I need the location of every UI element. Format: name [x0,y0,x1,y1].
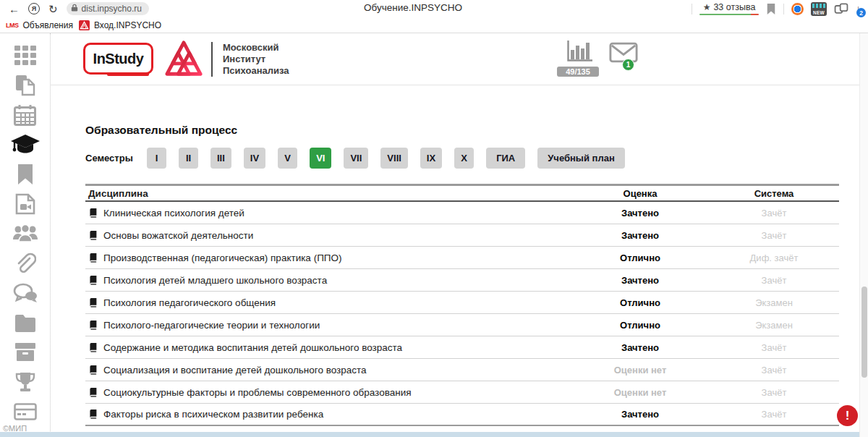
bar-chart-icon [566,52,592,64]
book-icon [88,208,98,218]
semester-tab-II[interactable]: II [179,148,198,169]
calendar-icon [14,104,36,129]
sidebar-item-achievements[interactable] [0,368,51,398]
semester-tab-VI[interactable]: VI [310,148,331,169]
folder-icon [14,313,37,335]
table-row[interactable]: Психолого-педагогические теории и технол… [85,314,839,336]
sidebar-item-calendar[interactable] [0,101,51,131]
bookmark-icon[interactable] [766,3,776,15]
extension-shapes-icon[interactable] [834,3,848,14]
book-icon [88,343,98,352]
table-row[interactable]: Социокультурные факторы и проблемы совре… [85,381,839,404]
instudy-logo-text: InStudy [93,51,144,67]
sidebar-item-people[interactable] [0,220,51,250]
sidebar-item-attachments[interactable] [0,250,51,279]
sidebar-item-bookmarks[interactable] [0,161,51,190]
star-icon: ★ [703,2,711,12]
discipline-name: Содержание и методика воспитания детей д… [103,342,402,353]
progress-stats-button[interactable]: 49/135 [557,41,602,77]
book-icon [88,365,98,375]
reviews-rating-bar [699,14,759,16]
paperclip-icon [14,253,36,277]
address-bar[interactable]: dist.inpsycho.ru [67,2,149,15]
system-cell: Зачёт [709,409,839,420]
scrollbar-thumb[interactable] [861,287,867,378]
extension-new-icon[interactable]: NEW [811,2,827,16]
downloads-button[interactable]: ↓ 2 [856,2,861,15]
discipline-cell[interactable]: Социализация и воспитание детей дошкольн… [85,365,571,376]
bookmark-ribbon-icon [17,164,34,188]
system-cell: Зачёт [709,230,839,241]
discipline-cell[interactable]: Социокультурные факторы и проблемы совре… [85,387,571,398]
back-icon[interactable]: ← [9,4,20,14]
documents-icon [14,75,36,99]
discipline-cell[interactable]: Содержание и методика воспитания детей д… [85,342,571,353]
book-icon [88,388,98,397]
discipline-cell[interactable]: Клиническая психология детей [85,208,571,218]
table-row[interactable]: Производственная (педагогическая) практи… [85,247,839,269]
mail-button[interactable]: 1 [609,42,638,66]
instudy-logo[interactable]: InStudy [83,43,153,75]
sidebar-item-video-materials[interactable] [0,190,51,220]
sidebar-item-documents[interactable] [0,72,51,101]
table-row[interactable]: Клиническая психология детейЗачтеноЗачёт [85,202,839,224]
extension-color-icon[interactable] [791,3,804,15]
new-badge: NEW [811,10,827,15]
site-reviews-button[interactable]: ★ 33 отзыва [699,2,759,16]
table-row[interactable]: Основы вожатской деятельностиЗачтеноЗачё… [85,224,839,247]
book-icon [88,298,98,307]
grade-cell: Оценки нет [571,387,709,398]
semester-tab-V[interactable]: V [278,148,297,169]
discipline-cell[interactable]: Психолого-педагогические теории и технол… [85,320,571,331]
sidebar-item-apps[interactable] [0,42,51,72]
discipline-name: Основы вожатской деятельности [103,230,253,241]
sidebar-item-files[interactable] [0,309,51,339]
semester-tab-VII[interactable]: VII [344,148,368,169]
semester-tab-Учебный план[interactable]: Учебный план [537,148,624,169]
discipline-cell[interactable]: Основы вожатской деятельности [85,230,571,241]
table-row[interactable]: Социализация и воспитание детей дошкольн… [85,359,839,381]
disciplines-table: Дисциплина Оценка Система Клиническая пс… [85,184,839,426]
semester-tab-IV[interactable]: IV [244,148,265,169]
people-icon [12,224,38,247]
reload-icon[interactable]: ↻ [48,4,58,14]
discipline-cell[interactable]: Психология педагогического общения [85,297,571,308]
institute-name: Московский Институт Психоанализа [223,42,289,77]
browser-home-icon[interactable]: Я [28,3,40,14]
table-row[interactable]: Факторы риска в психическом развитии реб… [85,404,839,426]
vertical-scrollbar[interactable] [859,33,868,437]
table-row[interactable]: Психология детей младшего школьного возр… [85,269,839,292]
sidebar-item-education[interactable] [0,131,51,161]
system-cell: Зачёт [709,387,839,398]
bookmark-login-inpsycho[interactable]: Вход.INPSYCHO [79,20,161,30]
semester-tab-III[interactable]: III [210,148,231,169]
semester-tab-ГИА[interactable]: ГИА [486,148,525,169]
semester-tab-I[interactable]: I [147,148,166,169]
discipline-cell[interactable]: Психология детей младшего школьного возр… [85,275,571,286]
app-viewport: ©МИП InStudy [0,33,868,437]
table-row[interactable]: Содержание и методика воспитания детей д… [85,336,839,359]
bookmark-announcements[interactable]: LMS Объявления [6,20,73,30]
system-cell: Диф. зачёт [709,253,839,263]
alert-exclamation-icon[interactable]: ! [837,405,858,426]
column-grade: Оценка [571,188,709,199]
semester-tab-VIII[interactable]: VIII [380,148,408,169]
table-row[interactable]: Психология педагогического общенияОтличн… [85,292,839,314]
discipline-cell[interactable]: Факторы риска в психическом развитии реб… [85,409,571,420]
semester-tab-IX[interactable]: IX [420,148,442,169]
system-cell: Экзамен [709,297,839,308]
discipline-name: Социализация и воспитание детей дошкольн… [103,365,367,376]
semester-tab-X[interactable]: X [454,148,474,169]
discipline-cell[interactable]: Производственная (педагогическая) практи… [85,253,571,263]
browser-actions: ★ 33 отзыва NEW ↓ 2 [692,0,864,17]
sidebar-item-messages[interactable] [0,279,51,309]
credit-card-icon [14,403,37,423]
divider [783,4,784,14]
sidebar-item-payments[interactable] [0,398,51,428]
institute-line: Московский [223,42,289,54]
horizontal-scrollbar[interactable] [0,432,859,437]
browser-toolbar: ← Я ↻ dist.inpsycho.ru Обучение.INPSYCHO… [0,0,868,17]
site-header: InStudy [51,33,859,85]
divider [692,4,692,14]
sidebar-item-archive[interactable] [0,339,51,368]
